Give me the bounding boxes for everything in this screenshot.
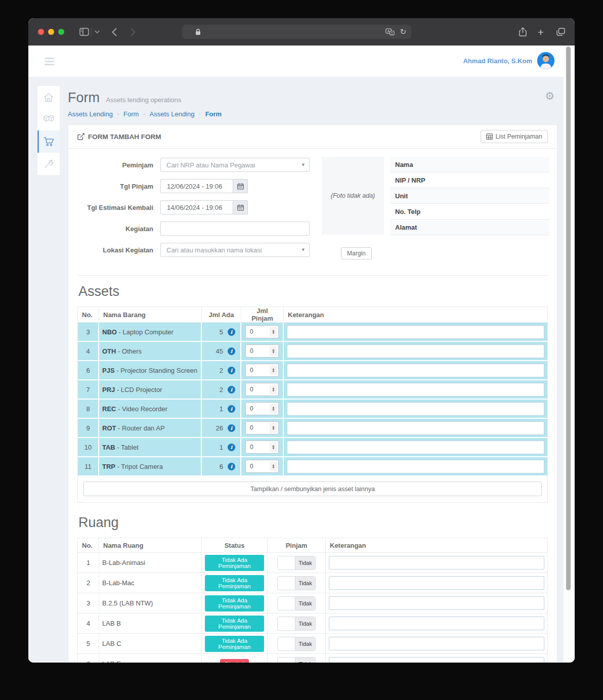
info-icon[interactable]: i: [228, 463, 235, 470]
kegiatan-input[interactable]: [160, 222, 310, 236]
asset-name-text: Tripot Camera: [121, 463, 163, 470]
spinner-arrows-icon[interactable]: ▲▼: [270, 442, 277, 452]
peminjam-select[interactable]: Cari NRP atau Nama Pegawai ▾: [160, 158, 310, 172]
info-icon[interactable]: i: [228, 347, 235, 355]
gear-icon[interactable]: ⚙: [545, 91, 554, 102]
asset-pinjam-cell: 0▲▼: [241, 419, 284, 438]
ruang-status-cell: Tidak Ada Peminjaman: [202, 634, 268, 654]
translate-icon[interactable]: A 文: [385, 28, 395, 35]
keterangan-input[interactable]: [287, 460, 544, 473]
forward-button[interactable]: [127, 18, 139, 46]
sidebar-item-tools[interactable]: [37, 153, 60, 175]
jml-pinjam-input[interactable]: 0▲▼: [245, 364, 279, 377]
menu-toggle-icon[interactable]: [45, 58, 54, 67]
reload-icon[interactable]: ↻: [400, 28, 406, 36]
status-badge: Tidak Ada Peminjaman: [205, 636, 264, 652]
info-icon[interactable]: i: [228, 405, 235, 413]
keterangan-input[interactable]: [287, 441, 544, 454]
jml-pinjam-input[interactable]: 0▲▼: [245, 441, 279, 454]
pinjam-toggle[interactable]: Tidak: [277, 576, 316, 590]
spinner-arrows-icon[interactable]: ▲▼: [270, 423, 277, 433]
toggle-handle: [278, 637, 295, 650]
minimize-window-button[interactable]: [48, 29, 54, 35]
info-icon[interactable]: i: [228, 367, 235, 374]
info-icon[interactable]: i: [228, 328, 235, 336]
asset-name: NBO - Laptop Computer: [99, 323, 202, 342]
keterangan-input[interactable]: [329, 596, 544, 610]
form-card-title: FORM TAMBAH FORM: [77, 133, 161, 141]
user-name[interactable]: Ahmad Rianto, S.Kom: [463, 57, 532, 65]
scrollbar-track[interactable]: [564, 46, 575, 663]
keterangan-input[interactable]: [329, 637, 544, 650]
zoom-window-button[interactable]: [58, 29, 64, 35]
asset-code: PRJ: [102, 386, 115, 393]
keterangan-input[interactable]: [287, 344, 544, 358]
lokasi-select[interactable]: Cari atau masukkan nama lokasi ▾: [160, 243, 310, 257]
jml-pinjam-input[interactable]: 0▲▼: [245, 421, 279, 434]
keterangan-input[interactable]: [287, 383, 544, 397]
pinjam-toggle[interactable]: Tidak: [277, 617, 316, 631]
new-tab-icon[interactable]: +: [535, 18, 547, 46]
breadcrumb-link[interactable]: Form: [123, 110, 139, 118]
pinjam-toggle[interactable]: Tidak: [277, 596, 316, 610]
tgl-estimasi-input[interactable]: [160, 200, 233, 214]
breadcrumb-link[interactable]: Form: [205, 110, 222, 118]
breadcrumb-link[interactable]: Assets Lending: [150, 110, 195, 118]
close-window-button[interactable]: [38, 29, 44, 35]
list-peminjaman-button[interactable]: List Peminjaman: [481, 130, 548, 143]
pinjam-toggle[interactable]: Tidak: [277, 637, 316, 651]
toggle-other-assets-button[interactable]: Tampilkan / sembunyikan jenis asset lain…: [83, 482, 542, 496]
sidebar-item-lending[interactable]: [37, 130, 60, 153]
spinner-arrows-icon[interactable]: ▲▼: [270, 404, 277, 414]
sidebar-toggle-icon[interactable]: [77, 18, 91, 46]
asset-name-text: Projector Standing Screen: [120, 367, 197, 374]
tgl-pinjam-input[interactable]: [160, 179, 233, 193]
tab-overview-icon[interactable]: [553, 18, 568, 46]
keterangan-input[interactable]: [287, 421, 544, 435]
sidebar-item-home[interactable]: [37, 86, 60, 108]
spinner-arrows-icon[interactable]: ▲▼: [270, 327, 277, 337]
jml-pinjam-input[interactable]: 0▲▼: [245, 402, 279, 415]
spinner-arrows-icon[interactable]: ▲▼: [270, 365, 277, 375]
ruang-row: 5LAB CTidak Ada PeminjamanTidak: [78, 634, 548, 654]
ruang-pinjam-cell: Tidak: [268, 654, 326, 663]
info-icon[interactable]: i: [228, 424, 235, 432]
avatar[interactable]: [537, 52, 554, 69]
calendar-icon[interactable]: [233, 179, 248, 193]
asset-qty: 2: [220, 367, 223, 374]
info-icon[interactable]: i: [228, 444, 235, 451]
back-button[interactable]: [108, 18, 120, 46]
keterangan-input[interactable]: [287, 402, 544, 416]
jml-pinjam-input[interactable]: 0▲▼: [245, 383, 279, 396]
spinner-arrows-icon[interactable]: ▲▼: [270, 461, 277, 471]
jml-pinjam-input[interactable]: 0▲▼: [245, 344, 279, 358]
tgl-estimasi-label: Tgl Estimasi Kembali: [77, 204, 160, 211]
svg-text:A: A: [387, 29, 390, 33]
address-bar[interactable]: A 文 ↻: [182, 25, 411, 39]
jml-pinjam-input[interactable]: 0▲▼: [245, 325, 279, 338]
jml-pinjam-input[interactable]: 0▲▼: [245, 460, 279, 473]
keterangan-input[interactable]: [329, 657, 544, 663]
asset-name-separator: -: [115, 367, 121, 374]
keterangan-input[interactable]: [287, 325, 544, 339]
ruang-pinjam-cell: Tidak: [268, 614, 326, 634]
info-icon[interactable]: i: [228, 386, 235, 393]
pinjam-toggle[interactable]: Tidak: [277, 657, 316, 663]
sidebar-item-assets[interactable]: [37, 108, 60, 130]
keterangan-input[interactable]: [287, 364, 544, 377]
asset-no: 11: [78, 457, 99, 476]
pinjam-toggle[interactable]: Tidak: [277, 556, 316, 570]
kegiatan-label: Kegiatan: [77, 225, 160, 233]
calendar-icon[interactable]: [233, 200, 248, 214]
spinner-arrows-icon[interactable]: ▲▼: [270, 384, 277, 395]
chevron-down-icon[interactable]: [93, 18, 101, 46]
share-icon[interactable]: [516, 18, 529, 46]
asset-row: 9ROT - Router dan AP26i0▲▼: [78, 419, 547, 438]
keterangan-input[interactable]: [329, 617, 544, 630]
keterangan-input[interactable]: [329, 576, 544, 590]
spinner-arrows-icon[interactable]: ▲▼: [270, 346, 277, 356]
margin-button[interactable]: Margin: [341, 247, 372, 259]
scrollbar-thumb[interactable]: [566, 47, 571, 590]
breadcrumb-link[interactable]: Assets Lending: [68, 110, 113, 118]
keterangan-input[interactable]: [329, 556, 544, 570]
